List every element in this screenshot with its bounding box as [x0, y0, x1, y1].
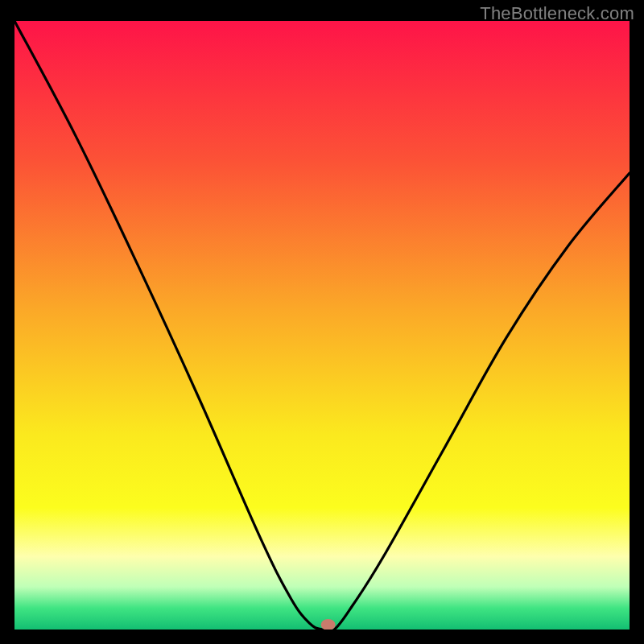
watermark-text: TheBottleneck.com	[480, 3, 634, 24]
chart-svg	[14, 21, 630, 630]
chart-container: TheBottleneck.com	[0, 0, 644, 644]
gradient-background	[14, 21, 630, 630]
plot-area	[14, 21, 630, 630]
